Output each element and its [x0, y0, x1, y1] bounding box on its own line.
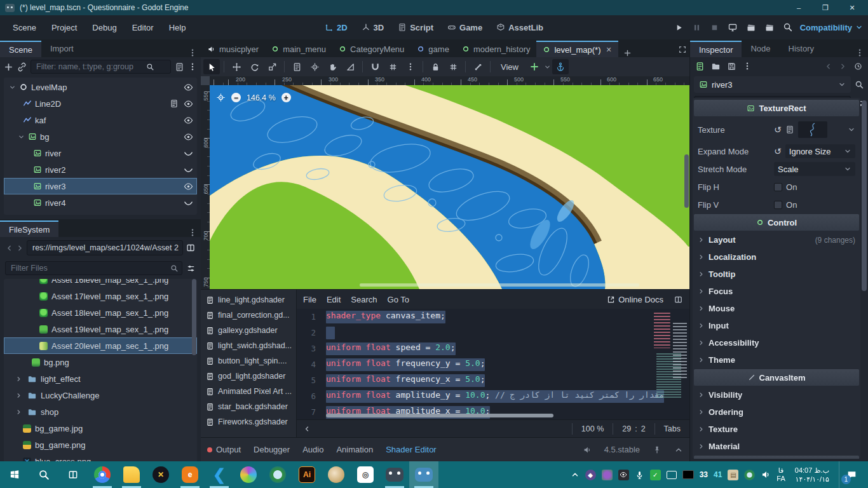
shader-file-item[interactable]: star_back.gdshader [201, 399, 296, 414]
visibility-eye-icon[interactable] [184, 83, 193, 92]
group-input[interactable]: Input [694, 317, 859, 334]
taskbar-eitaa[interactable]: e [175, 461, 205, 488]
history-icon[interactable] [853, 62, 863, 71]
group-theme[interactable]: Theme [694, 351, 859, 369]
add-node-button[interactable] [4, 62, 13, 72]
scene-tab-categorymenu[interactable]: CategoryMenu [332, 41, 410, 57]
pan-view-icon[interactable] [216, 93, 226, 102]
tree-node-river3[interactable]: river3 [4, 178, 197, 194]
tree-node-line2d[interactable]: Line2D [4, 95, 197, 112]
scrollbar[interactable] [192, 279, 196, 355]
menu-editor[interactable]: Editor [126, 20, 160, 36]
code-minimap[interactable] [653, 311, 688, 407]
tab-filesystem[interactable]: FileSystem [0, 220, 58, 237]
tree-node-kaf[interactable]: kaf [4, 112, 197, 128]
group-node-button[interactable] [445, 59, 461, 74]
category-canvasitem[interactable]: CanvasItem [694, 369, 859, 386]
scene-tree-menu-icon[interactable] [188, 62, 197, 71]
group-accessibility[interactable]: Accessibility [694, 334, 859, 351]
tray-display-icon[interactable] [667, 471, 677, 479]
workspace-3d[interactable]: 3D [356, 20, 390, 35]
menu-help[interactable]: Help [163, 20, 193, 36]
script-icon[interactable] [170, 99, 179, 109]
tray-number-white[interactable]: 33 [700, 470, 708, 479]
pan-tool-button[interactable] [324, 59, 341, 74]
add-node-here-button[interactable] [526, 59, 543, 74]
visibility-hidden-icon[interactable] [184, 198, 193, 208]
workspace-assetlib[interactable]: AssetLib [491, 20, 548, 35]
inspector-menu-icon[interactable] [851, 48, 868, 57]
renderer-selector[interactable]: Compatibility [800, 15, 863, 39]
prop-expand-mode[interactable]: Expand Mode ↺ Ignore Size [694, 142, 859, 160]
close-button[interactable]: ✕ [841, 0, 863, 15]
scene-tab-musicplyer[interactable]: musicplyer [201, 41, 265, 57]
file-row[interactable]: Asset 16level_map_sex_1_.png [4, 279, 197, 288]
prop-flip-h[interactable]: Flip H On [694, 178, 859, 196]
movie-maker-button[interactable] [764, 22, 775, 32]
revert-icon[interactable]: ↺ [774, 125, 782, 135]
scene-tab-level-map[interactable]: level_map(*)✕ [536, 41, 618, 57]
list-select-button[interactable] [288, 59, 305, 74]
panel-animation[interactable]: Animation [336, 445, 373, 454]
pivot-tool-button[interactable] [306, 59, 323, 74]
panel-toggle-icon[interactable] [674, 295, 683, 304]
file-row[interactable]: bg_game.png [4, 437, 197, 453]
workspace-game[interactable]: Game [442, 20, 487, 35]
taskbar-clock[interactable]: 04:07 ب.ظ ۱۴۰۴/۱۰/۱۵ [791, 466, 833, 484]
prop-texture[interactable]: Texture ↺ [694, 117, 859, 142]
ruler-tool-button[interactable] [342, 59, 358, 74]
tab-inspector[interactable]: Inspector [690, 41, 742, 57]
anchor-preset-button[interactable] [552, 59, 569, 74]
online-docs-button[interactable]: Online Docs [607, 295, 663, 304]
tray-volume-icon[interactable] [761, 470, 771, 480]
history-back-icon[interactable] [824, 62, 832, 71]
taskbar-vscode[interactable]: ❮ [205, 461, 234, 488]
maximize-button[interactable]: ❒ [815, 0, 836, 15]
tray-number-cyan[interactable]: 41 [714, 470, 722, 479]
flip-v-checkbox[interactable] [774, 201, 782, 209]
sort-files-icon[interactable] [186, 264, 196, 273]
visibility-eye-icon[interactable] [184, 182, 193, 191]
tree-node-bg[interactable]: bg [4, 128, 197, 145]
shader-file-item[interactable]: final_correction.gd... [201, 308, 296, 323]
chevron-down-icon[interactable] [9, 84, 16, 91]
tray-chevron-up-icon[interactable] [571, 470, 580, 479]
lock-node-button[interactable] [427, 59, 444, 74]
zoom-in-button[interactable]: + [281, 93, 291, 102]
edit-resource-icon[interactable] [785, 125, 794, 134]
scale-tool-button[interactable] [264, 59, 280, 74]
open-docs-icon[interactable] [855, 80, 864, 90]
tray-microphone-icon[interactable] [635, 470, 644, 480]
group-layout[interactable]: Layout(9 changes) [694, 231, 859, 248]
panel-audio[interactable]: Audio [302, 445, 323, 454]
taskbar-photos[interactable] [234, 461, 263, 488]
chevron-left-icon[interactable] [297, 425, 317, 433]
pin-panel-icon[interactable] [653, 445, 661, 454]
menu-edit[interactable]: Edit [327, 295, 341, 304]
scene-tab-game[interactable]: game [410, 41, 456, 57]
scene-tab-modern-history[interactable]: modern_history [456, 41, 537, 57]
2d-viewport[interactable]: 200 250 300 350 400 450 500 550 600 650 … [201, 76, 689, 289]
group-focus[interactable]: Focus [694, 283, 859, 300]
play-custom-scene-button[interactable] [746, 22, 756, 32]
resource-options-icon[interactable] [743, 62, 752, 71]
panel-output[interactable]: Output [207, 445, 241, 454]
category-control[interactable]: Control [694, 214, 859, 231]
pause-button[interactable] [692, 23, 702, 32]
panel-shader-editor[interactable]: Shader Editor [386, 445, 437, 454]
snap-options-icon[interactable] [402, 59, 419, 74]
shader-file-item[interactable]: gallexy.gdshader [201, 323, 296, 338]
taskbar-tornado-app[interactable] [322, 461, 351, 488]
inspector-scrollbar[interactable] [862, 100, 867, 291]
tray-app-icon[interactable]: ◆ [585, 470, 596, 480]
start-button[interactable] [0, 461, 29, 488]
save-resource-icon[interactable] [727, 62, 736, 71]
editor-zoom[interactable]: 100 % [572, 423, 613, 435]
instance-scene-button[interactable] [17, 62, 27, 72]
shader-file-item[interactable]: line_light.gdshader [201, 292, 296, 308]
taskbar-godot-console[interactable] [380, 461, 409, 488]
category-node[interactable]: Node [694, 456, 859, 459]
prop-stretch-mode[interactable]: Stretch Mode Scale [694, 160, 859, 178]
view-menu-button[interactable]: View [494, 61, 525, 73]
new-resource-icon[interactable] [695, 62, 705, 71]
